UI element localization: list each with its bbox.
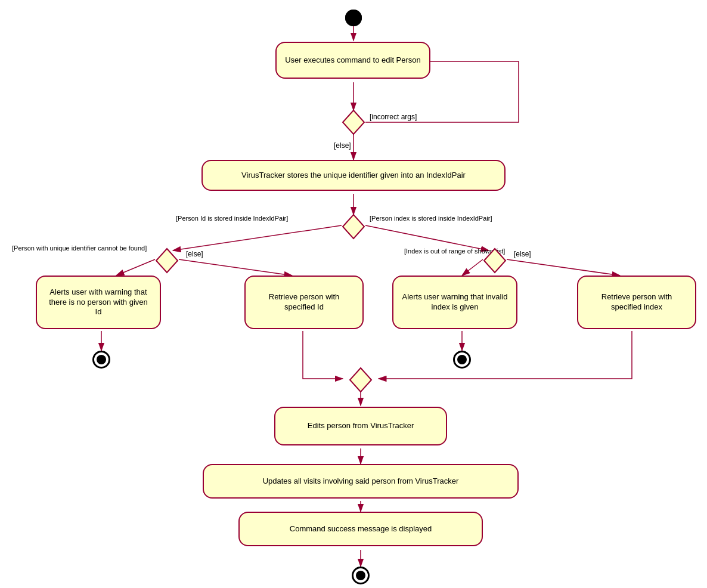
virus-tracker-stores-box: VirusTracker stores the unique identifie… — [201, 160, 506, 191]
diamond1 — [342, 109, 365, 135]
person-not-found-label: [Person with unique identifier cannot be… — [12, 245, 147, 252]
command-success-label: Command success message is displayed — [290, 524, 432, 534]
retrieve-id-label: Retrieve person with specified Id — [254, 292, 354, 312]
svg-line-10 — [462, 259, 483, 276]
edits-person-box: Edits person from VirusTracker — [274, 407, 447, 445]
alerts-no-person-box: Alerts user with warning that there is n… — [36, 276, 161, 329]
svg-marker-20 — [156, 249, 178, 273]
alerts-invalid-index-label: Alerts user warning that invalid index i… — [402, 292, 508, 312]
svg-line-8 — [116, 259, 155, 276]
edits-person-label: Edits person from VirusTracker — [308, 421, 414, 431]
user-executes-label: User executes command to edit Person — [285, 55, 421, 66]
svg-line-11 — [507, 259, 620, 276]
svg-line-6 — [173, 225, 342, 250]
diamond3 — [155, 247, 179, 274]
retrieve-index-label: Retrieve person with specified index — [587, 292, 687, 312]
svg-line-9 — [179, 259, 292, 276]
end-state-1 — [92, 351, 110, 369]
else3-label: [else] — [514, 250, 531, 258]
diamond4 — [483, 247, 507, 274]
else2-label: [else] — [186, 250, 203, 258]
alerts-no-person-label: Alerts user with warning that there is n… — [45, 287, 151, 318]
person-index-label: [Person index is stored inside IndexIdPa… — [370, 215, 492, 222]
svg-marker-19 — [343, 215, 364, 239]
person-id-label: [Person Id is stored inside IndexIdPair] — [176, 215, 288, 222]
svg-line-7 — [365, 225, 489, 250]
svg-marker-21 — [484, 249, 506, 273]
incorrect-args-label: [incorrect args] — [370, 113, 417, 121]
updates-visits-label: Updates all visits involving said person… — [263, 476, 459, 487]
virus-tracker-stores-label: VirusTracker stores the unique identifie… — [241, 171, 466, 181]
final-end-state — [352, 567, 370, 584]
command-success-box: Command success message is displayed — [238, 512, 483, 546]
svg-marker-22 — [350, 368, 371, 392]
updates-visits-box: Updates all visits involving said person… — [203, 464, 519, 499]
diamond2 — [342, 213, 365, 240]
retrieve-index-box: Retrieve person with specified index — [577, 276, 696, 329]
user-executes-box: User executes command to edit Person — [275, 42, 430, 79]
alerts-invalid-index-box: Alerts user warning that invalid index i… — [392, 276, 517, 329]
end-state-2 — [453, 351, 471, 369]
else1-label: [else] — [334, 141, 351, 150]
retrieve-id-box: Retrieve person with specified Id — [244, 276, 364, 329]
svg-marker-18 — [343, 110, 364, 134]
activity-diagram: [incorrect args] [else] [Person Id is st… — [0, 0, 707, 588]
start-node-div — [345, 10, 362, 26]
merge-diamond — [349, 367, 373, 393]
